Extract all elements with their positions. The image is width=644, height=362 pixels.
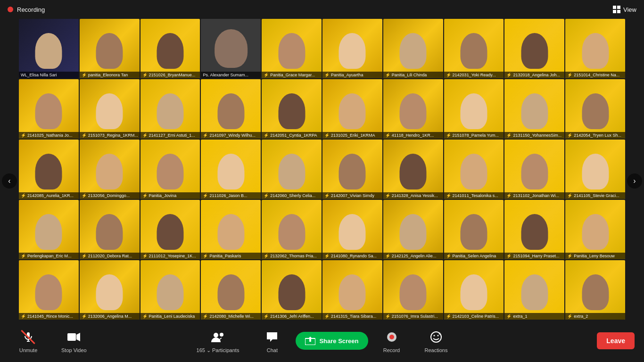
participant-name: Ps. Alexander Sumam...	[201, 72, 261, 78]
video-tile[interactable]: IMABA"Who am I?"⚡2112020_Debora Rat...	[80, 200, 140, 259]
video-tile[interactable]: IMABA"Who am I?"⚡2141080_Rynando Sa...	[322, 200, 382, 259]
video-tile[interactable]: IMABA"Who am I?"⚡2141315_Tiara Sibara...	[322, 260, 382, 320]
video-tile[interactable]: IMABA"Who am I?"⚡2141011_Tesalonika s...	[444, 140, 504, 199]
participant-name: ⚡2132018_Angelina Joh...	[504, 72, 564, 78]
svg-marker-12	[308, 337, 313, 342]
video-tile[interactable]: IMABA"Who am I?"⚡2142085_Aurelia_1KR...	[19, 140, 79, 199]
participant-name: ⚡2141025_Nathania Jo...	[19, 132, 79, 139]
video-tile[interactable]: IMABA"Who am I?"⚡2131150_YohannesSim...	[504, 79, 564, 139]
view-button[interactable]: View	[613, 6, 636, 13]
reactions-icon-container: +	[428, 329, 445, 346]
video-tile[interactable]: IMABA"Who am I?"⚡Panitia_Lili Chinda	[383, 19, 443, 78]
video-tile[interactable]: WL_Elisa Nilla Sari	[19, 19, 79, 78]
participant-name: ⚡41118_Hendro_1KR...	[383, 132, 443, 139]
video-tile[interactable]: IMABA"Who am I?"⚡2142007_Vivian Simdy	[322, 140, 382, 199]
participant-name: ⚡2142080_Michelle Wi...	[201, 313, 261, 320]
participant-name: ⚡2141045_Rince Monic...	[19, 313, 79, 320]
video-tile[interactable]: IMABA"Who am I?"⚡2131102_Jonathan Wi...	[504, 140, 564, 199]
participant-name: ⚡2141315_Tiara Sibara...	[322, 313, 382, 320]
video-tile[interactable]: IMABA"Who am I?"⚡2132006_Angelina M...	[80, 260, 140, 320]
video-tile[interactable]: IMABA"Who am I?"⚡panitia_Eleonora Tan	[80, 19, 140, 78]
video-tile[interactable]: IMABA"Who am I?"⚡2151073_Regina_1KRM...	[80, 79, 140, 139]
participant-name: WL_Elisa Nilla Sari	[19, 72, 79, 78]
video-tile[interactable]: IMABA"Who am I?"⚡2142051_Cyntia_1KRPA	[262, 79, 322, 139]
participant-name: ⚡Panitia_Leni Laudeciska	[140, 313, 200, 320]
video-tile[interactable]: IMABA"Who am I?"⚡2141045_Rince Monic...	[19, 260, 79, 320]
video-tile[interactable]: IMABA"Who am I?"⚡2111026_Jason B...	[201, 140, 261, 199]
stop-video-button[interactable]: Stop Video	[52, 325, 96, 357]
video-tile[interactable]: IMABA"Who am I?"⚡Panitia_Leni Laudeciska	[140, 260, 200, 320]
participant-name: ⚡2131025_Eriki_1KRMA	[322, 132, 382, 139]
video-tile[interactable]: IMABA"Who am I?"⚡Perlengkapan_Eric M...	[19, 200, 79, 259]
svg-rect-0	[613, 6, 616, 9]
video-tile[interactable]: IMABA"Who am I?"⚡Panitia_Paskaris	[201, 200, 261, 259]
toolbar-center-group: 165 ⌄ Participants Chat Share Screen	[187, 325, 457, 357]
participant-name: ⚡2142007_Vivian Simdy	[322, 192, 382, 199]
leave-button[interactable]: Leave	[597, 332, 635, 349]
video-tile[interactable]: IMABA"Who am I?"⚡extra_1	[504, 260, 564, 320]
share-screen-button[interactable]: Share Screen	[296, 332, 368, 350]
video-tile[interactable]: IMABA"Who am I?"⚡2132018_Angelina Joh...	[504, 19, 564, 78]
participant-name: ⚡2141011_Tesalonika s...	[444, 192, 504, 199]
video-tile[interactable]: Ps. Alexander Sumam...	[201, 19, 261, 78]
video-tile[interactable]: IMABA"Who am I?"⚡Panitia_Selen Angelina	[444, 200, 504, 259]
record-circle-icon	[387, 332, 396, 342]
video-tile[interactable]: IMABA"Who am I?"⚡2141306_Jefri Ariffen..…	[262, 260, 322, 320]
video-tile[interactable]: IMABA"Who am I?"⚡2151014_Christine Na...	[565, 19, 625, 78]
video-tile[interactable]: IMABA"Who am I?"⚡2141097_Windy Wilhu...	[201, 79, 261, 139]
video-tile[interactable]: IMABA"Who am I?"⚡Panitia_Leny Besouw	[565, 200, 625, 259]
video-tile[interactable]: IMABA"Who am I?"⚡2151078_Pamela Yum...	[444, 79, 504, 139]
record-button[interactable]: Record	[373, 325, 411, 357]
video-tile[interactable]: IMABA"Who am I?"⚡2111012_Yosepine_1K...	[140, 200, 200, 259]
participant-name: ⚡2141328_Anisa Yessik...	[383, 192, 443, 199]
unmute-button[interactable]: Unmute	[9, 325, 47, 357]
participant-name: ⚡2132006_Angelina M...	[80, 313, 140, 320]
participants-button[interactable]: 165 ⌄ Participants	[187, 325, 249, 357]
video-tile[interactable]: IMABA"Who am I?"⚡extra_2	[565, 260, 625, 320]
video-tile[interactable]: IMABA"Who am I?"⚡2142060_Sherly Celia...	[262, 140, 322, 199]
video-tile[interactable]: IMABA"Who am I?"⚡2151026_BryanManue...	[140, 19, 200, 78]
video-tile[interactable]: IMABA"Who am I?"⚡2142125_Angelin Alie...	[383, 200, 443, 259]
toolbar-left-group: Unmute Stop Video	[9, 325, 96, 357]
participant-name: ⚡2141127_Erni Astuti_1...	[140, 132, 200, 139]
share-screen-icon	[305, 337, 315, 345]
video-tile[interactable]: IMABA"Who am I?"⚡2142031_Yoki Ready...	[444, 19, 504, 78]
next-page-button[interactable]: ›	[627, 173, 642, 189]
video-grid: WL_Elisa Nilla SariIMABA"Who am I?"⚡pani…	[19, 19, 625, 320]
video-tile[interactable]: IMABA"Who am I?"⚡2142080_Michelle Wi...	[201, 260, 261, 320]
record-label: Record	[383, 347, 400, 353]
video-tile[interactable]: IMABA"Who am I?"⚡2141105_Stevie Graci...	[565, 140, 625, 199]
chat-button[interactable]: Chat	[253, 325, 291, 357]
participant-name: ⚡2151073_Regina_1KRM...	[80, 132, 140, 139]
video-tile[interactable]: IMABA"Who am I?"⚡2151094_Harry Praset...	[504, 200, 564, 259]
participant-name: ⚡Panitia_Jovina	[140, 192, 200, 199]
video-tile[interactable]: IMABA"Who am I?"⚡Panitia_Jovina	[140, 140, 200, 199]
svg-rect-1	[617, 6, 620, 9]
bottom-toolbar: Unmute Stop Video 1	[0, 320, 644, 362]
video-tile[interactable]: IMABA"Who am I?"⚡2131025_Eriki_1KRMA	[322, 79, 382, 139]
video-tile[interactable]: IMABA"Who am I?"⚡2132056_Dominggo...	[80, 140, 140, 199]
video-tile[interactable]: IMABA"Who am I?"⚡Panitia_Grace Margar...	[262, 19, 322, 78]
participant-name: ⚡Perlengkapan_Eric M...	[19, 253, 79, 259]
participant-name: ⚡Panitia_Lili Chinda	[383, 72, 443, 78]
video-tile[interactable]: IMABA"Who am I?"⚡2141025_Nathania Jo...	[19, 79, 79, 139]
reactions-button[interactable]: + Reactions	[415, 325, 457, 357]
video-tile[interactable]: IMABA"Who am I?"⚡2141328_Anisa Yessik...	[383, 140, 443, 199]
video-tile[interactable]: IMABA"Who am I?"⚡2142103_Celine Patris..…	[444, 260, 504, 320]
prev-page-button[interactable]: ‹	[2, 173, 17, 189]
participants-icon-container	[209, 329, 226, 346]
video-tile[interactable]: IMABA"Who am I?"⚡2142054_Tryen Lux Sh...	[565, 79, 625, 139]
video-tile[interactable]: IMABA"Who am I?"⚡2141127_Erni Astuti_1..…	[140, 79, 200, 139]
participant-name: ⚡2112020_Debora Rat...	[80, 253, 140, 259]
reactions-label: Reactions	[425, 347, 448, 353]
participant-name: ⚡2151078_Pamela Yum...	[444, 132, 504, 139]
video-tile[interactable]: IMABA"Who am I?"⚡2151076_Imra Sulastri..…	[383, 260, 443, 320]
participant-name: ⚡2111012_Yosepine_1K...	[140, 253, 200, 259]
video-tile[interactable]: IMABA"Who am I?"⚡2132062_Thomas Pria...	[262, 200, 322, 259]
chat-icon-container	[264, 329, 281, 346]
participant-name: ⚡2132056_Dominggo...	[80, 192, 140, 199]
participant-name: ⚡2142085_Aurelia_1KR...	[19, 192, 79, 199]
video-tile[interactable]: IMABA"Who am I?"⚡41118_Hendro_1KR...	[383, 79, 443, 139]
chat-label: Chat	[267, 347, 278, 353]
video-tile[interactable]: IMABA"Who am I?"⚡Panitia_Ayuartha	[322, 19, 382, 78]
